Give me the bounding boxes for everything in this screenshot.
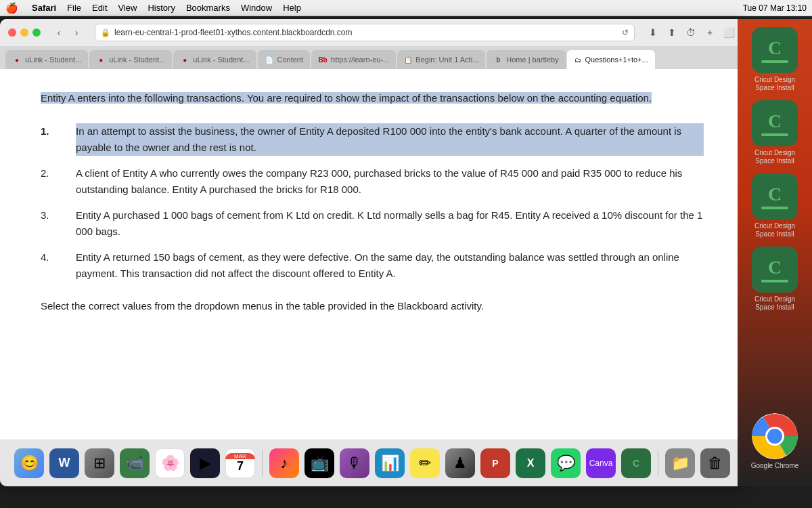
transactions-list: 1. In an attempt to assist the business,… bbox=[41, 123, 704, 282]
cricut-c-letter-2: C bbox=[768, 110, 782, 132]
dock-podcasts[interactable]: 🎙 bbox=[338, 447, 371, 480]
menu-safari[interactable]: Safari bbox=[32, 3, 56, 13]
tab-bb[interactable]: Bb https://learn-eu-... bbox=[311, 50, 396, 69]
forward-button[interactable]: › bbox=[69, 25, 84, 40]
tab-label-1: uLink - Student... bbox=[25, 56, 81, 64]
download-icon[interactable]: ⬇ bbox=[646, 25, 660, 40]
tab-ulink-3[interactable]: ● uLink - Student... bbox=[173, 50, 256, 69]
cricut-c-letter-4: C bbox=[768, 257, 782, 278]
close-button[interactable] bbox=[8, 28, 16, 37]
tab-bartleby[interactable]: b Home | bartleby bbox=[487, 50, 565, 69]
right-sidebar: C Cricut Design Space Install C Cricut D… bbox=[738, 19, 812, 486]
cricut-bar-3 bbox=[761, 207, 788, 209]
browser-top-bar: ‹ › 🔒 ↺ ⬇ ⬆ ⏱ + ⬜ bbox=[0, 19, 744, 46]
tab-ulink-1[interactable]: ● uLink - Student... bbox=[5, 50, 88, 69]
cricut-icon-group-3[interactable]: C Cricut Design Space Install bbox=[744, 173, 805, 238]
dock-cricut[interactable]: C bbox=[620, 447, 652, 480]
menu-history[interactable]: History bbox=[148, 3, 175, 13]
dock-separator-2 bbox=[658, 450, 658, 476]
dock-excel[interactable]: X bbox=[514, 447, 547, 480]
minimize-button[interactable] bbox=[20, 28, 28, 37]
dock-finder[interactable]: 😊 bbox=[13, 447, 45, 480]
calendar-icon: MAR 7 bbox=[225, 448, 255, 478]
mac-menu-bar: 🍎 Safari File Edit View History Bookmark… bbox=[0, 0, 812, 16]
cricut-label-1: Cricut Design Space Install bbox=[744, 76, 805, 92]
dock-launchpad[interactable]: ⊞ bbox=[83, 447, 116, 480]
dock-misc1[interactable]: 📁 bbox=[664, 447, 696, 480]
transaction-text-2: A client of Entity A who currently owes … bbox=[76, 165, 704, 198]
menu-bookmarks[interactable]: Bookmarks bbox=[186, 3, 230, 13]
apple-menu[interactable]: 🍎 bbox=[5, 2, 18, 14]
dock-facetime[interactable]: 📹 bbox=[118, 447, 151, 480]
chrome-label: Google Chrome bbox=[751, 462, 799, 470]
transaction-text-1: In an attempt to assist the business, th… bbox=[76, 123, 704, 156]
tab-content[interactable]: 📄 Content bbox=[258, 50, 311, 69]
tab-label-6: Begin: Unit 1 Acti... bbox=[415, 56, 478, 64]
sidebar-toggle[interactable]: ⬜ bbox=[721, 25, 736, 40]
dock-music[interactable]: ♪ bbox=[268, 447, 300, 480]
cricut-label-3: Cricut Design Space Install bbox=[744, 222, 805, 238]
cricut-icon: C bbox=[621, 448, 651, 478]
cricut-icon-3: C bbox=[752, 173, 798, 219]
tab-ulink-2[interactable]: ● uLink - Student... bbox=[89, 50, 172, 69]
dock-powerpoint[interactable]: P bbox=[479, 447, 512, 480]
dock-calendar[interactable]: MAR 7 bbox=[224, 447, 256, 480]
dock-canva[interactable]: Canva bbox=[585, 447, 617, 480]
tab-questions[interactable]: 🗂 Questions+1+to+... bbox=[567, 50, 655, 69]
menu-window[interactable]: Window bbox=[241, 3, 272, 13]
tab-favicon-8: 🗂 bbox=[574, 55, 582, 64]
cricut-icon-group-1[interactable]: C Cricut Design Space Install bbox=[744, 27, 805, 92]
tab-label-2: uLink - Student... bbox=[109, 56, 165, 64]
cricut-bar-1 bbox=[761, 60, 788, 63]
browser-actions: ⬇ ⬆ ⏱ + ⬜ bbox=[646, 25, 736, 40]
menu-file[interactable]: File bbox=[67, 3, 81, 13]
tab-label-7: Home | bartleby bbox=[506, 56, 558, 64]
refresh-icon[interactable]: ↺ bbox=[622, 28, 629, 37]
launchpad-icon: ⊞ bbox=[85, 448, 114, 478]
tab-label-3: uLink - Student... bbox=[193, 56, 249, 64]
transaction-item-4: 4. Entity A returned 150 bags of cement,… bbox=[41, 249, 704, 282]
dock-notes[interactable]: ✏ bbox=[409, 447, 441, 480]
tab-label-4: Content bbox=[277, 56, 304, 64]
transaction-number-1: 1. bbox=[41, 123, 60, 156]
dock-appletv[interactable]: 📺 bbox=[303, 447, 336, 480]
music-icon: ♪ bbox=[269, 448, 299, 478]
cricut-label-4: Cricut Design Space Install bbox=[744, 295, 805, 312]
tab-favicon-4: 📄 bbox=[265, 55, 274, 64]
dock-photos[interactable]: 🌸 bbox=[154, 447, 186, 480]
cricut-c-letter-3: C bbox=[768, 184, 782, 205]
transaction-number-4: 4. bbox=[41, 249, 60, 282]
share-icon[interactable]: ⬆ bbox=[664, 25, 679, 40]
menu-datetime: Tue 07 Mar 13:10 bbox=[743, 3, 807, 13]
history-icon[interactable]: ⏱ bbox=[683, 25, 698, 40]
add-tab-button[interactable]: + bbox=[702, 25, 717, 40]
dock-quicktime[interactable]: ▶ bbox=[189, 447, 221, 480]
transaction-item-3: 3. Entity A purchased 1 000 bags of ceme… bbox=[41, 207, 704, 240]
transaction-number-2: 2. bbox=[41, 165, 60, 198]
word-icon: W bbox=[49, 448, 79, 478]
tab-favicon-5: Bb bbox=[318, 55, 328, 64]
cricut-bar-4 bbox=[761, 280, 788, 282]
address-bar-container: 🔒 ↺ bbox=[95, 24, 635, 41]
cricut-icon-group-4[interactable]: C Cricut Design Space Install bbox=[744, 247, 805, 312]
transaction-item-2: 2. A client of Entity A who currently ow… bbox=[41, 165, 704, 198]
menu-edit[interactable]: Edit bbox=[92, 3, 107, 13]
dock-misc2[interactable]: 🗑 bbox=[699, 447, 731, 480]
menu-help[interactable]: Help bbox=[283, 3, 301, 13]
intro-block: Entity A enters into the following trans… bbox=[41, 89, 704, 107]
dock-stats[interactable]: 📊 bbox=[374, 447, 406, 480]
tab-begin[interactable]: 📋 Begin: Unit 1 Acti... bbox=[397, 50, 485, 69]
cricut-icon-group-2[interactable]: C Cricut Design Space Install bbox=[744, 100, 805, 165]
back-button[interactable]: ‹ bbox=[51, 25, 66, 40]
notes-icon: ✏ bbox=[410, 448, 440, 478]
dock-whatsapp[interactable]: 💬 bbox=[549, 447, 582, 480]
fullscreen-button[interactable] bbox=[32, 28, 41, 37]
dock-chess[interactable]: ♟ bbox=[444, 447, 476, 480]
intro-text: Entity A enters into the following trans… bbox=[41, 92, 652, 104]
dock-word[interactable]: W bbox=[48, 447, 81, 480]
chrome-icon bbox=[752, 413, 798, 459]
menu-view[interactable]: View bbox=[118, 3, 137, 13]
whatsapp-icon: 💬 bbox=[551, 448, 581, 478]
chrome-icon-group[interactable]: Google Chrome bbox=[751, 413, 799, 470]
address-bar[interactable] bbox=[114, 28, 618, 37]
